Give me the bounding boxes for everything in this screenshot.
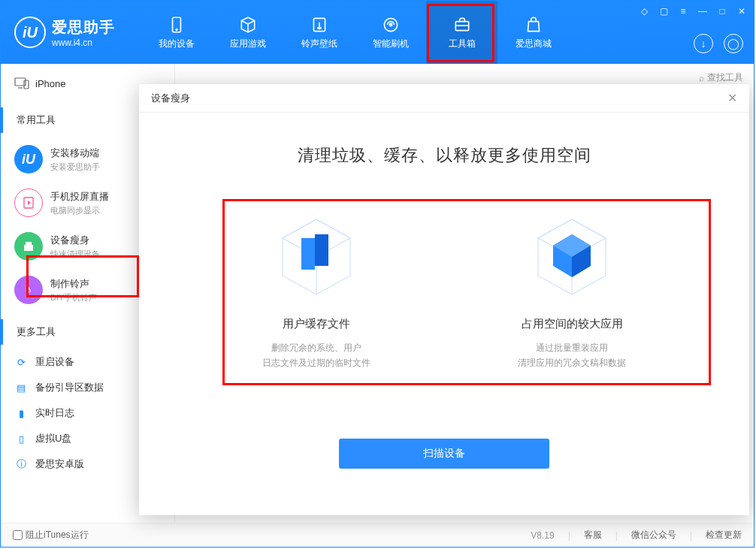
window-controls: ◇ ▢ ≡ — □ ✕ bbox=[638, 5, 748, 17]
apps-cube-icon bbox=[527, 212, 617, 302]
mirror-icon bbox=[14, 189, 43, 217]
skin-icon[interactable]: ◇ bbox=[638, 5, 650, 17]
svg-rect-15 bbox=[301, 238, 315, 270]
nav-tab-store[interactable]: 爱思商城 bbox=[497, 1, 569, 64]
download-icon[interactable]: ↓ bbox=[694, 34, 713, 53]
svg-rect-7 bbox=[24, 80, 29, 89]
modal-close-icon[interactable]: ✕ bbox=[727, 91, 737, 105]
version-label: V8.19 bbox=[531, 530, 554, 541]
search-icon: ⌕ bbox=[699, 73, 704, 83]
block-itunes-checkbox[interactable]: 阻止iTunes运行 bbox=[13, 529, 89, 541]
cache-cube-icon bbox=[271, 212, 361, 302]
app-header: iU 爱思助手 www.i4.cn 我的设备 应用游戏 铃声壁纸 智能刷机 bbox=[1, 1, 754, 64]
modal-heading: 清理垃圾、缓存、以释放更多使用空间 bbox=[169, 144, 719, 167]
logo-area: iU 爱思助手 www.i4.cn bbox=[1, 17, 141, 48]
maximize-icon[interactable]: □ bbox=[716, 5, 728, 17]
app-logo-icon: iU bbox=[14, 17, 46, 48]
svg-point-1 bbox=[176, 29, 177, 30]
ringtone-icon: ♪ bbox=[14, 276, 43, 304]
slim-icon bbox=[14, 232, 43, 261]
option-large-apps[interactable]: 占用空间的较大应用 通过批量重装应用 清理应用的冗余文稿和数据 bbox=[497, 212, 647, 371]
nav-tab-flash[interactable]: 智能刷机 bbox=[355, 1, 426, 64]
close-icon[interactable]: ✕ bbox=[736, 5, 748, 17]
nav-tab-ringtone[interactable]: 铃声壁纸 bbox=[283, 1, 355, 64]
menu-icon[interactable]: ≡ bbox=[677, 5, 689, 17]
minimize-icon[interactable]: — bbox=[697, 5, 709, 17]
app-name: 爱思助手 bbox=[52, 17, 115, 38]
nav-tabs: 我的设备 应用游戏 铃声壁纸 智能刷机 工具箱 爱思商城 bbox=[141, 1, 569, 64]
scan-device-button[interactable]: 扫描设备 bbox=[339, 439, 549, 469]
usb-icon: ▯ bbox=[14, 432, 28, 445]
device-slim-modal: 设备瘦身 ✕ 清理垃圾、缓存、以释放更多使用空间 用户缓存 bbox=[139, 84, 749, 515]
nav-tab-device[interactable]: 我的设备 bbox=[141, 1, 212, 64]
svg-rect-11 bbox=[24, 245, 33, 251]
feedback-icon[interactable]: ▢ bbox=[658, 5, 670, 17]
backup-icon: ▤ bbox=[14, 381, 28, 394]
svg-point-4 bbox=[389, 23, 392, 26]
user-icon[interactable]: ◯ bbox=[724, 34, 743, 53]
modal-title: 设备瘦身 bbox=[151, 92, 190, 105]
log-icon: ▮ bbox=[14, 406, 28, 420]
restart-icon: ⟳ bbox=[14, 355, 28, 369]
svg-rect-10 bbox=[26, 242, 32, 245]
android-icon: ⓘ bbox=[14, 457, 28, 471]
status-bar: 阻止iTunes运行 V8.19 | 客服 | 微信公众号 | 检查更新 bbox=[1, 523, 754, 547]
check-update-link[interactable]: 检查更新 bbox=[706, 529, 742, 541]
app-url: www.i4.cn bbox=[52, 38, 115, 48]
svg-marker-9 bbox=[28, 201, 31, 205]
install-icon: iU bbox=[14, 145, 43, 173]
support-link[interactable]: 客服 bbox=[584, 529, 602, 541]
wechat-link[interactable]: 微信公众号 bbox=[631, 529, 676, 541]
nav-tab-toolbox[interactable]: 工具箱 bbox=[426, 1, 497, 64]
option-user-cache[interactable]: 用户缓存文件 删除冗余的系统、用户 日志文件及过期的临时文件 bbox=[241, 212, 392, 371]
svg-rect-16 bbox=[315, 234, 328, 266]
search-tools[interactable]: ⌕ 查找工具 bbox=[699, 71, 743, 84]
nav-tab-apps[interactable]: 应用游戏 bbox=[212, 1, 283, 64]
